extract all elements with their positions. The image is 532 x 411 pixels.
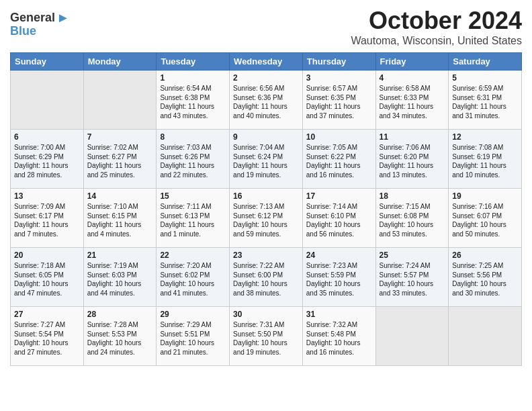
day-number: 23 [233, 250, 299, 260]
day-number: 20 [14, 250, 80, 260]
daylight-text: Daylight: 11 hours and 34 minutes. [380, 102, 445, 120]
daylight-text: Daylight: 11 hours and 10 minutes. [452, 161, 518, 179]
cell-content: Sunrise: 7:13 AMSunset: 6:12 PMDaylight:… [233, 202, 299, 238]
cell-content: Sunrise: 7:00 AMSunset: 6:29 PMDaylight:… [14, 143, 80, 179]
sunset-text: Sunset: 6:12 PM [233, 212, 299, 221]
calendar-cell: 18Sunrise: 7:15 AMSunset: 6:08 PMDayligh… [375, 189, 449, 248]
day-number: 17 [306, 191, 372, 201]
day-number: 24 [306, 250, 372, 260]
cell-content: Sunrise: 6:54 AMSunset: 6:38 PMDaylight:… [160, 84, 226, 120]
cell-content: Sunrise: 7:29 AMSunset: 5:51 PMDaylight:… [160, 320, 226, 357]
day-number: 25 [380, 250, 445, 260]
cell-content: Sunrise: 7:32 AMSunset: 5:48 PMDaylight:… [306, 320, 372, 357]
sunrise-text: Sunrise: 7:27 AM [14, 320, 80, 330]
calendar-week-5: 27Sunrise: 7:27 AMSunset: 5:54 PMDayligh… [11, 307, 522, 366]
title-block: October 2024 Wautoma, Wisconsin, United … [351, 7, 522, 47]
sunset-text: Sunset: 6:26 PM [160, 152, 226, 162]
sunset-text: Sunset: 6:27 PM [87, 152, 153, 162]
day-number: 8 [160, 132, 226, 142]
calendar-cell: 22Sunrise: 7:20 AMSunset: 6:02 PMDayligh… [157, 248, 230, 307]
daylight-text: Daylight: 10 hours and 16 minutes. [306, 338, 372, 357]
sunset-text: Sunset: 5:57 PM [380, 271, 445, 280]
calendar-cell [375, 307, 449, 366]
sunrise-text: Sunrise: 7:09 AM [14, 202, 80, 212]
calendar-week-2: 6Sunrise: 7:00 AMSunset: 6:29 PMDaylight… [11, 130, 522, 189]
cell-content: Sunrise: 7:19 AMSunset: 6:03 PMDaylight:… [87, 261, 153, 298]
daylight-text: Daylight: 11 hours and 16 minutes. [306, 161, 372, 179]
sunset-text: Sunset: 5:53 PM [87, 330, 153, 339]
calendar-cell: 12Sunrise: 7:08 AMSunset: 6:19 PMDayligh… [449, 130, 522, 189]
sunset-text: Sunset: 6:02 PM [160, 271, 226, 280]
calendar-cell [449, 307, 522, 366]
daylight-text: Daylight: 11 hours and 7 minutes. [14, 220, 80, 238]
sunrise-text: Sunrise: 7:22 AM [233, 261, 299, 271]
sunset-text: Sunset: 6:19 PM [452, 152, 518, 162]
sunset-text: Sunset: 6:22 PM [306, 152, 372, 162]
calendar-cell: 2Sunrise: 6:56 AMSunset: 6:36 PMDaylight… [230, 71, 303, 130]
calendar-cell: 9Sunrise: 7:04 AMSunset: 6:24 PMDaylight… [230, 130, 303, 189]
daylight-text: Daylight: 11 hours and 28 minutes. [14, 161, 80, 179]
daylight-text: Daylight: 10 hours and 44 minutes. [87, 279, 153, 298]
day-number: 19 [452, 191, 518, 201]
daylight-text: Daylight: 10 hours and 30 minutes. [452, 279, 518, 298]
sunset-text: Sunset: 5:48 PM [306, 330, 372, 339]
sunrise-text: Sunrise: 7:19 AM [87, 261, 153, 271]
daylight-text: Daylight: 10 hours and 47 minutes. [14, 279, 80, 298]
weekday-header-monday: Monday [83, 53, 157, 71]
calendar-cell: 15Sunrise: 7:11 AMSunset: 6:13 PMDayligh… [157, 189, 230, 248]
calendar-cell: 16Sunrise: 7:13 AMSunset: 6:12 PMDayligh… [230, 189, 303, 248]
cell-content: Sunrise: 7:08 AMSunset: 6:19 PMDaylight:… [452, 143, 518, 179]
sunset-text: Sunset: 6:36 PM [233, 93, 299, 103]
cell-content: Sunrise: 7:31 AMSunset: 5:50 PMDaylight:… [233, 320, 299, 357]
calendar-table: SundayMondayTuesdayWednesdayThursdayFrid… [10, 52, 522, 366]
day-number: 29 [160, 310, 226, 319]
day-number: 14 [87, 191, 153, 201]
calendar-cell: 24Sunrise: 7:23 AMSunset: 5:59 PMDayligh… [302, 248, 375, 307]
logo-bird-icon: ► [56, 10, 70, 26]
daylight-text: Daylight: 10 hours and 19 minutes. [233, 338, 299, 357]
sunrise-text: Sunrise: 7:14 AM [306, 202, 372, 212]
day-number: 1 [160, 73, 226, 83]
sunrise-text: Sunrise: 7:11 AM [160, 202, 226, 212]
sunrise-text: Sunrise: 7:15 AM [380, 202, 445, 212]
day-number: 12 [452, 132, 518, 142]
calendar-cell: 11Sunrise: 7:06 AMSunset: 6:20 PMDayligh… [375, 130, 449, 189]
cell-content: Sunrise: 6:59 AMSunset: 6:31 PMDaylight:… [452, 84, 518, 120]
cell-content: Sunrise: 7:10 AMSunset: 6:15 PMDaylight:… [87, 202, 153, 238]
calendar-cell: 19Sunrise: 7:16 AMSunset: 6:07 PMDayligh… [449, 189, 522, 248]
day-number: 2 [233, 73, 299, 83]
calendar-cell: 5Sunrise: 6:59 AMSunset: 6:31 PMDaylight… [449, 71, 522, 130]
weekday-header-saturday: Saturday [449, 53, 522, 71]
weekday-header-friday: Friday [375, 53, 449, 71]
sunrise-text: Sunrise: 6:57 AM [306, 84, 372, 93]
daylight-text: Daylight: 10 hours and 38 minutes. [233, 279, 299, 298]
cell-content: Sunrise: 7:22 AMSunset: 6:00 PMDaylight:… [233, 261, 299, 298]
sunrise-text: Sunrise: 7:24 AM [380, 261, 445, 271]
sunrise-text: Sunrise: 7:31 AM [233, 320, 299, 330]
sunset-text: Sunset: 5:56 PM [452, 271, 518, 280]
sunrise-text: Sunrise: 7:06 AM [380, 143, 445, 152]
daylight-text: Daylight: 10 hours and 50 minutes. [452, 220, 518, 238]
sunset-text: Sunset: 5:51 PM [160, 330, 226, 339]
sunrise-text: Sunrise: 7:03 AM [160, 143, 226, 152]
sunset-text: Sunset: 6:24 PM [233, 152, 299, 162]
day-number: 3 [306, 73, 372, 83]
calendar-cell: 21Sunrise: 7:19 AMSunset: 6:03 PMDayligh… [83, 248, 157, 307]
sunrise-text: Sunrise: 6:56 AM [233, 84, 299, 93]
calendar-cell: 6Sunrise: 7:00 AMSunset: 6:29 PMDaylight… [11, 130, 84, 189]
sunset-text: Sunset: 6:15 PM [87, 212, 153, 221]
cell-content: Sunrise: 7:20 AMSunset: 6:02 PMDaylight:… [160, 261, 226, 298]
daylight-text: Daylight: 11 hours and 22 minutes. [160, 161, 226, 179]
daylight-text: Daylight: 10 hours and 56 minutes. [306, 220, 372, 238]
weekday-header-wednesday: Wednesday [230, 53, 303, 71]
sunrise-text: Sunrise: 6:59 AM [452, 84, 518, 93]
weekday-header-row: SundayMondayTuesdayWednesdayThursdayFrid… [11, 53, 522, 71]
sunset-text: Sunset: 6:08 PM [380, 212, 445, 221]
day-number: 6 [14, 132, 80, 142]
calendar-cell: 25Sunrise: 7:24 AMSunset: 5:57 PMDayligh… [375, 248, 449, 307]
sunrise-text: Sunrise: 7:00 AM [14, 143, 80, 152]
day-number: 5 [452, 73, 518, 83]
sunrise-text: Sunrise: 7:32 AM [306, 320, 372, 330]
calendar-cell: 14Sunrise: 7:10 AMSunset: 6:15 PMDayligh… [83, 189, 157, 248]
sunrise-text: Sunrise: 7:18 AM [14, 261, 80, 271]
